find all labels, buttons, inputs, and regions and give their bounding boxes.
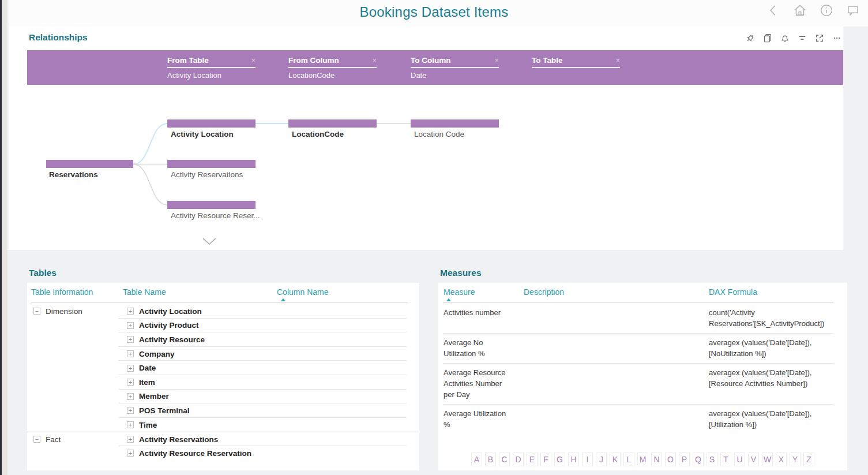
alphabet-letter[interactable]: Q (693, 452, 704, 466)
alphabet-letter[interactable]: G (554, 452, 565, 466)
table-row[interactable]: +POS Terminal (27, 403, 419, 418)
tree-node-bar[interactable] (411, 119, 499, 128)
chevron-down-icon[interactable] (202, 237, 217, 246)
alphabet-letter[interactable]: Z (803, 452, 814, 466)
filter-value[interactable]: Date (411, 71, 499, 80)
alphabet-letter[interactable]: U (734, 452, 745, 466)
alphabet-letter[interactable]: W (762, 452, 773, 466)
expand-icon[interactable]: + (127, 436, 134, 443)
column-header-dax-formula[interactable]: DAX Formula (709, 287, 757, 297)
column-header-column-name[interactable]: Column Name (277, 287, 328, 297)
more-options-icon[interactable] (832, 33, 841, 43)
alphabet-letter[interactable]: S (707, 452, 717, 466)
expand-icon[interactable]: + (127, 407, 134, 414)
expand-icon[interactable]: + (127, 350, 134, 357)
comment-icon[interactable] (846, 3, 861, 18)
expand-icon[interactable]: + (127, 421, 134, 428)
alphabet-letter[interactable]: J (596, 452, 607, 466)
alphabet-letter[interactable]: N (651, 452, 662, 466)
table-row[interactable]: +Activity Product (27, 319, 419, 333)
tree-node-bar[interactable] (167, 201, 255, 209)
table-name-label: Activity Resource Reservation (139, 449, 251, 458)
dax-formula: Reservations'[SK_ActivityProduct]) (709, 318, 833, 329)
focus-mode-icon[interactable] (815, 33, 824, 43)
filter-to-column[interactable]: To Column × Date (411, 56, 499, 80)
alphabet-letter[interactable]: B (485, 452, 496, 466)
column-header-measure[interactable]: Measure (444, 287, 475, 297)
tree-node-locationcode: LocationCode (288, 119, 377, 139)
alphabet-letter[interactable]: P (679, 452, 690, 466)
tables-rows: −Dimension+Activity Location+Activity Pr… (27, 304, 419, 461)
alphabet-letter[interactable]: E (527, 452, 538, 466)
column-header-table-information[interactable]: Table Information (31, 287, 93, 297)
clear-filter-icon[interactable]: × (494, 57, 499, 64)
filter-from-table[interactable]: From Table × Activity Location (167, 56, 255, 80)
alphabet-letter[interactable]: F (540, 452, 551, 466)
table-row[interactable]: +Activity Resource (27, 332, 419, 347)
expand-icon[interactable]: + (127, 393, 134, 400)
filter-to-table[interactable]: To Table × (532, 56, 620, 80)
filter-value[interactable]: LocationCode (288, 71, 377, 80)
alphabet-letter[interactable]: K (610, 452, 621, 466)
expand-icon[interactable]: + (127, 322, 134, 329)
alphabet-letter[interactable]: C (499, 452, 510, 466)
measures-card: Measure Description DAX Formula Activiti… (438, 283, 847, 470)
alphabet-letter[interactable]: V (748, 452, 759, 466)
alphabet-letter[interactable]: H (568, 452, 579, 466)
table-name-label: Item (139, 378, 155, 387)
filter-value[interactable] (532, 71, 620, 80)
measure-row[interactable]: Activities numbercount('ActivityReservat… (443, 304, 833, 334)
copy-icon[interactable] (763, 33, 772, 43)
expand-icon[interactable]: + (127, 336, 134, 343)
alert-icon[interactable] (780, 33, 790, 43)
alphabet-letter[interactable]: D (513, 452, 524, 466)
table-name-label: Date (139, 364, 156, 372)
table-row[interactable]: +Item (27, 375, 419, 390)
measure-name: Utilization % (444, 348, 524, 359)
alphabet-letter[interactable]: I (582, 452, 593, 466)
alphabet-letter[interactable]: O (665, 452, 676, 466)
table-row[interactable]: +Time (27, 418, 419, 432)
alphabet-letter[interactable]: Y (790, 452, 801, 466)
measure-row[interactable]: Average Utilization%averagex (values('Da… (443, 405, 833, 434)
table-row[interactable]: +Company (27, 347, 419, 361)
info-icon[interactable] (819, 3, 834, 18)
back-icon[interactable] (766, 3, 781, 18)
collapse-icon[interactable]: − (33, 436, 40, 443)
column-header-table-name[interactable]: Table Name (123, 287, 166, 297)
expand-icon[interactable]: + (127, 379, 134, 386)
filter-icon[interactable] (798, 33, 807, 43)
alphabet-letter[interactable]: A (471, 452, 482, 466)
tree-node-bar[interactable] (288, 119, 377, 128)
pin-icon[interactable] (746, 33, 755, 43)
clear-filter-icon[interactable]: × (251, 57, 255, 64)
table-information-label: Fact (46, 435, 61, 444)
measure-row[interactable]: Average ResourceActivities Numberper Day… (443, 364, 833, 405)
collapse-icon[interactable]: − (33, 308, 40, 315)
alphabet-letter[interactable]: T (720, 452, 731, 466)
filter-from-column[interactable]: From Column × LocationCode (288, 56, 377, 80)
clear-filter-icon[interactable]: × (372, 57, 377, 64)
home-icon[interactable] (792, 3, 807, 18)
alphabet-letter[interactable]: L (623, 452, 634, 466)
expand-icon[interactable]: + (127, 450, 134, 457)
filter-value[interactable]: Activity Location (167, 71, 255, 80)
alphabet-letter[interactable]: M (637, 452, 648, 466)
table-name-label: POS Terminal (139, 406, 190, 415)
tree-node-reservations: Reservations (46, 160, 133, 179)
measure-row[interactable]: Average NoUtilization %averagex (values(… (443, 334, 833, 364)
alphabet-letter[interactable]: X (776, 452, 787, 466)
tree-node-bar[interactable] (46, 160, 133, 168)
expand-icon[interactable]: + (127, 308, 134, 315)
clear-filter-icon[interactable]: × (615, 57, 620, 64)
table-row[interactable]: +Member (27, 390, 419, 404)
tree-node-bar[interactable] (167, 160, 255, 168)
expand-icon[interactable]: + (127, 365, 134, 372)
column-header-description[interactable]: Description (524, 287, 564, 297)
table-information-label: Dimension (46, 307, 82, 316)
table-row[interactable]: −Fact+Activity Reservations (27, 432, 419, 446)
table-row[interactable]: −Dimension+Activity Location (27, 304, 419, 319)
table-row[interactable]: +Activity Resource Reservation (27, 446, 419, 461)
tree-node-bar[interactable] (167, 119, 255, 128)
table-row[interactable]: +Date (27, 361, 419, 375)
